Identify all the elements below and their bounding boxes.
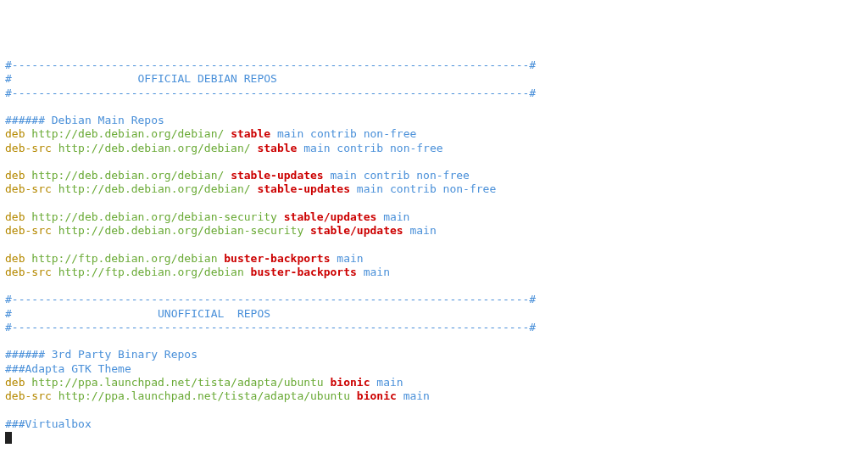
text-editor-viewport[interactable]: #---------------------------------------… (5, 59, 863, 445)
repo-components: main (409, 224, 436, 237)
repo-type: deb-src (5, 224, 52, 237)
repo-type: deb (5, 252, 25, 265)
space (224, 169, 231, 182)
space (52, 142, 58, 154)
repo-type: deb-src (5, 389, 52, 402)
repo-url: http://deb.debian.org/debian/ (58, 182, 251, 195)
repo-suite: stable/updates (310, 224, 403, 237)
repo-type: deb (5, 127, 25, 140)
repo-suite: buster-backports (251, 266, 357, 278)
space (324, 169, 331, 182)
repo-url: http://deb.debian.org/debian/ (58, 142, 251, 154)
space (52, 266, 58, 278)
space (350, 182, 357, 195)
subsection-title-main: ###### Debian Main Repos (5, 114, 164, 126)
repo-type: deb (5, 169, 25, 182)
comment-rule: #---------------------------------------… (5, 87, 536, 99)
space (277, 210, 284, 223)
space (376, 210, 383, 223)
repo-components: main contrib non-free (357, 182, 496, 195)
space (224, 127, 231, 140)
repo-url: http://deb.debian.org/debian/ (31, 127, 224, 140)
repo-suite: bionic (357, 389, 397, 402)
repo-url: http://deb.debian.org/debian/ (31, 169, 224, 182)
repo-components: main (403, 389, 430, 402)
repo-suite: bionic (331, 376, 370, 389)
space (270, 127, 277, 140)
repo-components: main contrib non-free (277, 127, 416, 140)
repo-type: deb-src (5, 266, 52, 278)
space (397, 389, 403, 402)
comment-rule: #---------------------------------------… (5, 59, 536, 71)
repo-suite: stable-updates (231, 169, 324, 182)
space (244, 266, 251, 278)
space (357, 266, 364, 278)
repo-url: http://deb.debian.org/debian-security (31, 210, 277, 223)
repo-url: http://ppa.launchpad.net/tista/adapta/ub… (58, 389, 350, 402)
repo-type: deb (5, 210, 25, 223)
repo-suite: buster-backports (224, 252, 330, 265)
repo-url: http://ftp.debian.org/debian (58, 266, 244, 278)
repo-components: main contrib non-free (303, 142, 442, 154)
space (324, 376, 331, 389)
repo-type: deb (5, 376, 25, 389)
space (350, 389, 357, 402)
subsection-title-3rdparty: ###### 3rd Party Binary Repos (5, 348, 198, 361)
repo-components: main (376, 376, 403, 389)
repo-url: http://ppa.launchpad.net/tista/adapta/ub… (31, 376, 323, 389)
repo-suite: stable (231, 127, 270, 140)
repo-url: http://ftp.debian.org/debian (31, 252, 217, 265)
repo-suite: stable (257, 142, 297, 154)
comment-rule: #---------------------------------------… (5, 321, 536, 333)
repo-type: deb-src (5, 142, 52, 154)
space (52, 389, 58, 402)
repo-components: main (383, 210, 409, 223)
repo-components: main contrib non-free (331, 169, 470, 182)
space (52, 182, 58, 195)
repo-suite: stable/updates (284, 210, 377, 223)
section-header-official: # OFFICIAL DEBIAN REPOS (5, 72, 409, 85)
space (303, 224, 310, 237)
repo-url: http://deb.debian.org/debian-security (58, 224, 304, 237)
repo-components: main (337, 252, 363, 265)
text-cursor (5, 432, 12, 444)
space (52, 224, 58, 237)
subsection-title-adapta: ###Adapta GTK Theme (5, 362, 131, 375)
repo-components: main (364, 266, 390, 278)
comment-rule: #---------------------------------------… (5, 293, 536, 305)
repo-type: deb-src (5, 182, 52, 195)
section-header-unofficial: # UNOFFICIAL REPOS (5, 307, 423, 320)
repo-suite: stable-updates (257, 182, 350, 195)
subsection-title-virtualbox: ###Virtualbox (5, 417, 92, 430)
